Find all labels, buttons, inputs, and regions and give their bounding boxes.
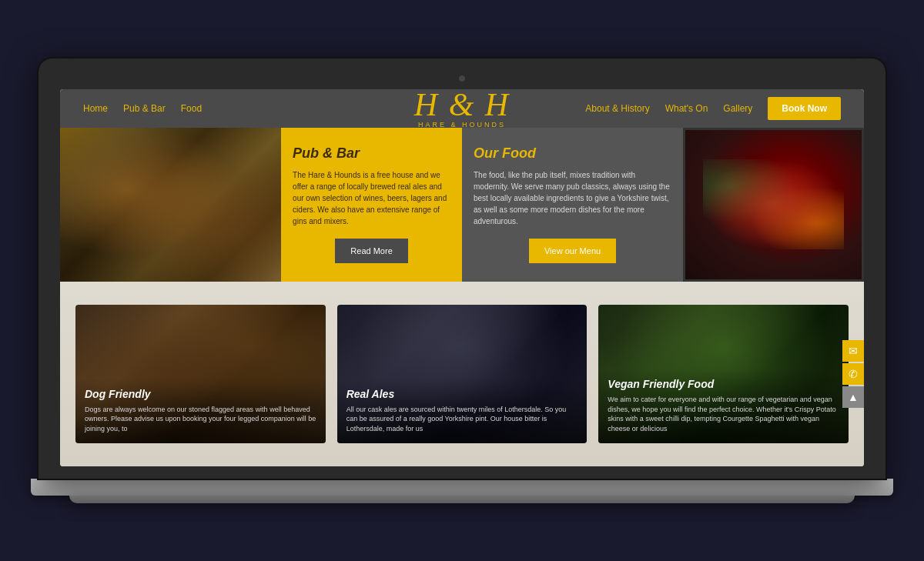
sidebar-icons: ✉ ✆ ▲	[842, 340, 864, 408]
laptop-foot	[69, 496, 855, 503]
nav-pub-bar[interactable]: Pub & Bar	[123, 103, 166, 114]
pub-bar-text-block: Pub & Bar The Hare & Hounds is a free ho…	[281, 128, 462, 282]
email-icon[interactable]: ✉	[842, 340, 864, 362]
real-ales-description: All our cask ales are sourced within twe…	[346, 405, 578, 434]
real-ales-card: Real Ales All our cask ales are sourced …	[337, 305, 588, 443]
features-section: Dog Friendly Dogs are always welcome on …	[60, 282, 864, 466]
pub-bar-description: The Hare & Hounds is a free house and we…	[293, 169, 450, 227]
real-ales-content: Real Ales All our cask ales are sourced …	[337, 379, 588, 443]
nav-about[interactable]: About & History	[585, 103, 649, 114]
view-menu-button[interactable]: View our Menu	[529, 239, 616, 263]
vegan-food-content: Vegan Friendly Food We aim to cater for …	[598, 369, 849, 442]
nav-food[interactable]: Food	[181, 103, 202, 114]
real-ales-title: Real Ales	[346, 388, 578, 400]
dog-friendly-content: Dog Friendly Dogs are always welcome on …	[75, 379, 326, 443]
read-more-button[interactable]: Read More	[335, 239, 407, 263]
site-header: Home Pub & Bar Food H & H HARE & HOUNDS …	[60, 89, 864, 128]
website: Home Pub & Bar Food H & H HARE & HOUNDS …	[60, 89, 864, 466]
webcam-icon	[459, 75, 465, 82]
pub-bar-card: Pub & Bar The Hare & Hounds is a free ho…	[60, 128, 462, 282]
logo-text: H & H	[414, 89, 510, 121]
laptop-base	[31, 479, 893, 496]
dog-friendly-description: Dogs are always welcome on our stoned fl…	[85, 405, 316, 434]
hero-section: Pub & Bar The Hare & Hounds is a free ho…	[60, 128, 864, 282]
scroll-top-icon[interactable]: ▲	[842, 386, 864, 408]
nav-right: About & History What's On Gallery Book N…	[585, 97, 841, 120]
nav-left: Home Pub & Bar Food	[83, 103, 202, 114]
browser-screen: Home Pub & Bar Food H & H HARE & HOUNDS …	[60, 89, 864, 466]
food-description: The food, like the pub itself, mixes tra…	[474, 169, 671, 227]
phone-icon[interactable]: ✆	[842, 363, 864, 385]
site-logo: H & H HARE & HOUNDS	[414, 89, 510, 129]
vegan-food-card: Vegan Friendly Food We aim to cater for …	[598, 305, 849, 443]
pub-bar-image	[60, 128, 281, 282]
dog-friendly-card: Dog Friendly Dogs are always welcome on …	[75, 305, 326, 443]
vegan-food-title: Vegan Friendly Food	[608, 378, 839, 390]
food-card: Our Food The food, like the pub itself, …	[462, 128, 864, 282]
nav-whats-on[interactable]: What's On	[665, 103, 708, 114]
pub-bar-photo	[60, 128, 281, 282]
food-title: Our Food	[474, 145, 671, 162]
nav-gallery[interactable]: Gallery	[723, 103, 752, 114]
screen-bezel: Home Pub & Bar Food H & H HARE & HOUNDS …	[38, 58, 886, 479]
food-image	[683, 128, 864, 282]
book-now-button[interactable]: Book Now	[768, 97, 841, 120]
food-photo	[685, 130, 862, 279]
nav-home[interactable]: Home	[83, 103, 108, 114]
pub-bar-title: Pub & Bar	[293, 145, 450, 162]
laptop-frame: Home Pub & Bar Food H & H HARE & HOUNDS …	[38, 58, 886, 503]
content-wrapper: Dog Friendly Dogs are always welcome on …	[60, 282, 864, 466]
dog-friendly-title: Dog Friendly	[85, 388, 316, 400]
vegan-food-description: We aim to cater for everyone and with ou…	[608, 395, 839, 433]
food-text-block: Our Food The food, like the pub itself, …	[462, 128, 683, 282]
